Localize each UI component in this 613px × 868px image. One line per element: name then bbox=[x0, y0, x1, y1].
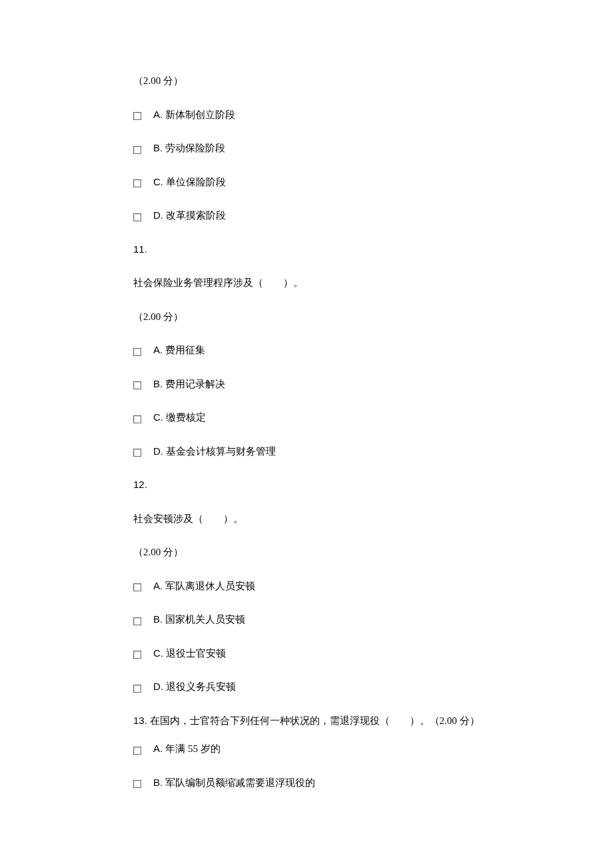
option-row: A. 年满 55 岁的 bbox=[133, 741, 613, 757]
option-text: 军队编制员额缩减需要退浮现役的 bbox=[165, 775, 315, 791]
option-letter: C. bbox=[153, 646, 163, 661]
checkbox-icon[interactable] bbox=[133, 651, 141, 659]
option-text: 改革摸索阶段 bbox=[166, 208, 226, 223]
option-row: A. 费用征集 bbox=[133, 343, 613, 358]
option-letter: C. bbox=[153, 410, 163, 425]
checkbox-icon[interactable] bbox=[133, 415, 141, 423]
option-letter: B. bbox=[153, 377, 163, 392]
option-row: B. 军队编制员额缩减需要退浮现役的 bbox=[133, 775, 613, 791]
points-label: （2.00 分） bbox=[133, 309, 613, 325]
checkbox-icon[interactable] bbox=[133, 112, 141, 120]
question-number: 13. bbox=[133, 715, 147, 726]
option-row: B. 国家机关人员安顿 bbox=[133, 612, 613, 627]
option-row: D. 退役义务兵安顿 bbox=[133, 679, 613, 695]
checkbox-icon[interactable] bbox=[133, 780, 141, 788]
checkbox-icon[interactable] bbox=[133, 146, 141, 154]
checkbox-icon[interactable] bbox=[133, 213, 141, 221]
question-number: 11. bbox=[133, 242, 613, 257]
question-stem: 社会保险业务管理程序涉及（ ）。 bbox=[133, 275, 613, 291]
option-letter: B. bbox=[153, 141, 163, 156]
points-label: （2.00 分） bbox=[133, 73, 613, 89]
checkbox-icon[interactable] bbox=[133, 583, 141, 591]
option-text: 退役义务兵安顿 bbox=[166, 679, 236, 695]
option-row: C. 单位保险阶段 bbox=[133, 175, 613, 190]
option-row: A. 军队离退休人员安顿 bbox=[133, 579, 613, 594]
option-text: 单位保险阶段 bbox=[166, 175, 226, 190]
option-letter: A. bbox=[153, 107, 163, 123]
option-letter: B. bbox=[153, 612, 163, 627]
option-row: B. 费用记录解决 bbox=[133, 377, 613, 392]
option-text: 缴费核定 bbox=[166, 410, 206, 425]
option-text: 费用征集 bbox=[165, 343, 205, 358]
option-text: 基金会计核算与财务管理 bbox=[166, 444, 276, 459]
option-row: C. 退役士官安顿 bbox=[133, 646, 613, 661]
question-stem-inline: 13. 在国内，士官符合下列任何一种状况的，需退浮现役（ ）。（2.00 分） bbox=[133, 713, 613, 729]
question-13: 13. 在国内，士官符合下列任何一种状况的，需退浮现役（ ）。（2.00 分） … bbox=[133, 713, 613, 791]
option-letter: A. bbox=[153, 579, 163, 594]
option-letter: D. bbox=[153, 208, 163, 223]
checkbox-icon[interactable] bbox=[133, 449, 141, 457]
option-row: C. 缴费核定 bbox=[133, 410, 613, 425]
option-text: 退役士官安顿 bbox=[166, 646, 226, 661]
option-letter: D. bbox=[153, 444, 163, 459]
option-letter: D. bbox=[153, 679, 163, 695]
option-text: 费用记录解决 bbox=[165, 377, 225, 392]
question-stem: 社会安顿涉及（ ）。 bbox=[133, 511, 613, 527]
option-row: A. 新体制创立阶段 bbox=[133, 107, 613, 123]
checkbox-icon[interactable] bbox=[133, 747, 141, 755]
option-text: 军队离退休人员安顿 bbox=[165, 579, 255, 594]
question-12: 12. 社会安顿涉及（ ）。 （2.00 分） A. 军队离退休人员安顿 B. … bbox=[133, 477, 613, 695]
option-text: 劳动保险阶段 bbox=[165, 141, 225, 156]
question-stem: 在国内，士官符合下列任何一种状况的，需退浮现役（ ）。（2.00 分） bbox=[150, 715, 480, 726]
question-10-tail: （2.00 分） A. 新体制创立阶段 B. 劳动保险阶段 C. 单位保险阶段 … bbox=[133, 73, 613, 223]
points-label: （2.00 分） bbox=[133, 545, 613, 560]
checkbox-icon[interactable] bbox=[133, 179, 141, 187]
option-row: D. 改革摸索阶段 bbox=[133, 208, 613, 223]
option-letter: C. bbox=[153, 175, 163, 190]
checkbox-icon[interactable] bbox=[133, 685, 141, 693]
option-row: B. 劳动保险阶段 bbox=[133, 141, 613, 156]
option-letter: A. bbox=[153, 343, 163, 358]
option-letter: A. bbox=[153, 741, 163, 757]
option-text: 国家机关人员安顿 bbox=[165, 612, 245, 627]
option-row: D. 基金会计核算与财务管理 bbox=[133, 444, 613, 459]
question-11: 11. 社会保险业务管理程序涉及（ ）。 （2.00 分） A. 费用征集 B.… bbox=[133, 242, 613, 459]
checkbox-icon[interactable] bbox=[133, 617, 141, 625]
checkbox-icon[interactable] bbox=[133, 381, 141, 389]
option-letter: B. bbox=[153, 775, 163, 791]
checkbox-icon[interactable] bbox=[133, 348, 141, 356]
question-number: 12. bbox=[133, 477, 613, 493]
option-text: 年满 55 岁的 bbox=[165, 741, 221, 757]
option-text: 新体制创立阶段 bbox=[165, 107, 235, 123]
